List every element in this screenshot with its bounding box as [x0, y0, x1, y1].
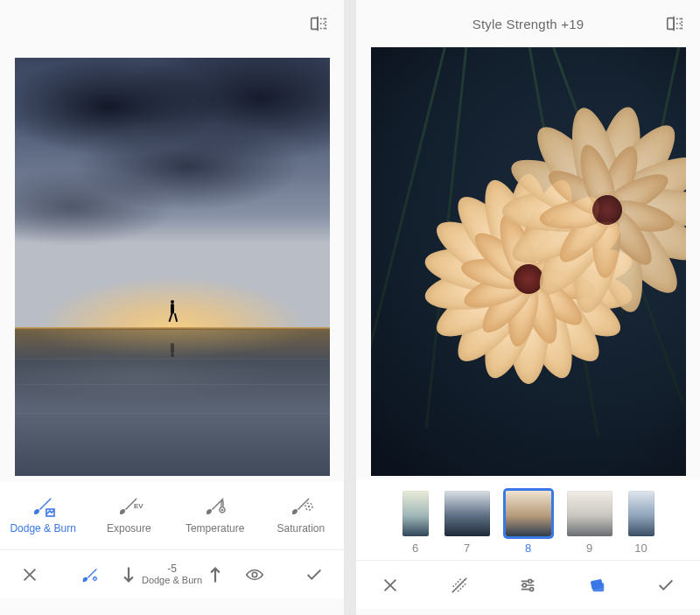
style-label: 6 [412, 542, 418, 555]
brush-icon [203, 496, 228, 517]
svg-rect-0 [312, 18, 318, 30]
svg-point-11 [94, 577, 97, 580]
svg-point-8 [220, 509, 223, 512]
action-bar: -5 Dodge & Burn [0, 549, 344, 598]
stepper-label: Dodge & Burn [142, 576, 202, 585]
tool-label: Temperature [186, 522, 244, 535]
tool-exposure[interactable]: EV Exposure [86, 481, 172, 549]
value-stepper[interactable]: -5 Dodge & Burn [119, 563, 225, 585]
topbar-title: Style Strength +19 [472, 17, 584, 31]
svg-rect-20 [523, 584, 527, 587]
image-canvas[interactable] [356, 47, 700, 479]
svg-point-12 [252, 572, 257, 577]
svg-rect-24 [592, 583, 604, 591]
style-thumb[interactable]: 8 [506, 491, 551, 555]
style-label: 10 [634, 542, 647, 555]
tool-temperature[interactable]: Temperature [172, 481, 258, 549]
style-swatch [628, 491, 654, 536]
styles-button[interactable] [563, 576, 632, 595]
brush-icon [31, 496, 55, 517]
tool-label: Dodge & Burn [10, 522, 75, 535]
mask-preview-button[interactable] [225, 565, 284, 584]
arrow-down-icon [119, 565, 138, 584]
screen-style-editor: Style Strength +19 6 [356, 0, 700, 615]
tune-button[interactable] [494, 576, 563, 595]
edited-image [15, 58, 330, 476]
style-swatch [506, 491, 551, 536]
brush-icon [289, 496, 313, 517]
image-canvas[interactable] [0, 47, 344, 481]
edited-image [371, 47, 686, 476]
style-label: 7 [464, 542, 470, 555]
apply-button[interactable] [631, 576, 700, 595]
tool-dodge-burn[interactable]: Dodge & Burn [0, 481, 86, 549]
style-swatch [444, 491, 490, 536]
topbar: Style Strength +19 [356, 0, 700, 47]
stepper-readout: -5 Dodge & Burn [142, 563, 202, 585]
brush-mode-button[interactable] [60, 565, 119, 584]
style-thumb[interactable]: 7 [444, 491, 490, 555]
svg-rect-19 [528, 579, 532, 583]
tool-label: Exposure [107, 522, 151, 535]
tool-label: Saturation [277, 522, 326, 535]
arrow-up-icon [206, 565, 225, 584]
action-bar [356, 560, 700, 609]
svg-rect-13 [668, 18, 674, 30]
svg-rect-21 [530, 587, 534, 591]
topbar [0, 0, 344, 47]
stepper-value: -5 [167, 563, 177, 574]
apply-button[interactable] [284, 565, 344, 584]
screen-brush-editor: Dodge & Burn EV Exposure Tem [0, 0, 344, 615]
texture-button[interactable] [425, 576, 494, 595]
tool-saturation[interactable]: Saturation [258, 481, 344, 549]
compare-icon[interactable] [309, 14, 328, 33]
cancel-button[interactable] [0, 565, 60, 584]
brush-icon: EV [116, 496, 141, 517]
style-label: 8 [525, 542, 531, 555]
style-thumb[interactable]: 9 [567, 491, 612, 555]
style-swatch [567, 491, 612, 536]
style-swatch [402, 491, 429, 536]
compare-icon[interactable] [665, 14, 684, 33]
cancel-button[interactable] [356, 576, 425, 595]
style-thumb[interactable]: 6 [402, 491, 429, 555]
brush-tool-row: Dodge & Burn EV Exposure Tem [0, 481, 344, 549]
style-thumb[interactable]: 10 [628, 491, 654, 555]
svg-point-10 [308, 506, 310, 507]
style-label: 9 [586, 542, 592, 555]
svg-text:EV: EV [134, 502, 144, 510]
style-thumb-strip[interactable]: 6 7 8 9 10 [356, 479, 700, 560]
